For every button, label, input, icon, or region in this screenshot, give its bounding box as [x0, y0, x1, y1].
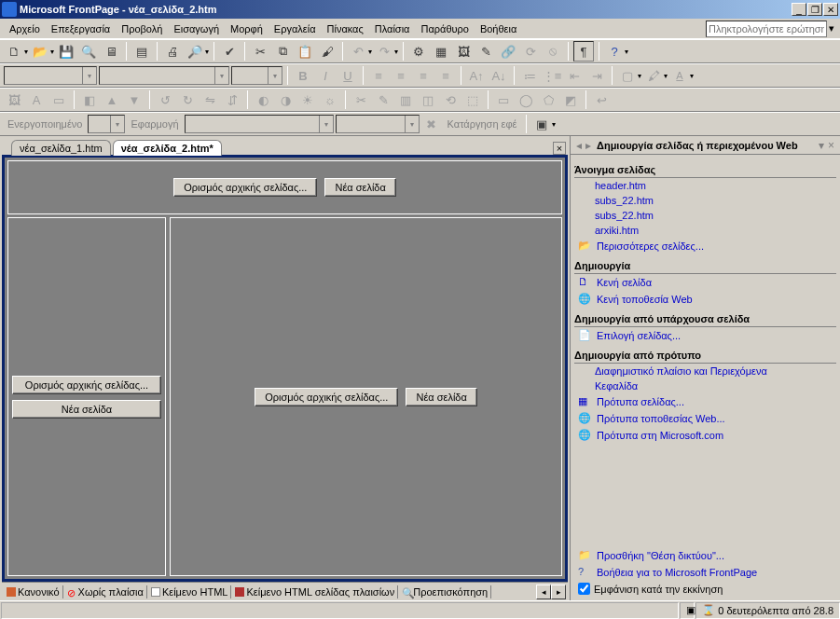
add-network-place-link[interactable]: 📁Προσθήκη "Θέση δικτύου"...: [574, 547, 836, 564]
insert-picture-icon[interactable]: 🖼: [453, 41, 474, 62]
undo-icon[interactable]: ↶: [348, 41, 368, 62]
fontsize-combo[interactable]: ▾: [231, 66, 282, 85]
cut-icon[interactable]: ✂: [250, 41, 270, 62]
template-header-link[interactable]: Κεφαλίδα: [574, 378, 836, 393]
menu-window[interactable]: Παράθυρο: [415, 21, 474, 36]
web-component-icon[interactable]: ⚙: [408, 41, 429, 62]
publish-icon[interactable]: 🖥: [101, 41, 121, 62]
menu-table[interactable]: Πίνακας: [322, 21, 369, 36]
paste-icon[interactable]: 📋: [295, 41, 315, 62]
toggle-pane-icon[interactable]: ▤: [131, 41, 152, 62]
restore-button[interactable]: ❐: [807, 3, 822, 16]
menu-frames[interactable]: Πλαίσια: [369, 21, 416, 36]
rotate-left-icon[interactable]: ↺: [155, 89, 175, 110]
dhtml-apply-combo[interactable]: ▾: [185, 115, 334, 133]
set-initial-page-button[interactable]: Ορισμός αρχικής σελίδας...: [173, 178, 317, 197]
borders-icon[interactable]: ▢: [617, 65, 638, 86]
restore-icon[interactable]: ↩: [591, 89, 612, 110]
less-contrast-icon[interactable]: ◑: [275, 89, 296, 110]
crop-icon[interactable]: ✂: [351, 89, 371, 110]
color-icon[interactable]: ▥: [395, 89, 416, 110]
decrease-font-icon[interactable]: A↓: [489, 65, 509, 86]
italic-icon[interactable]: I: [315, 65, 336, 86]
frontpage-help-link[interactable]: ?Βοήθεια για το Microsoft FrontPage: [574, 564, 836, 581]
style-combo[interactable]: ▾: [4, 66, 97, 85]
view-frames-html-tab[interactable]: Κείμενο HTML σελίδας πλαισίων: [232, 585, 398, 598]
poly-hotspot-icon[interactable]: ⬠: [538, 89, 558, 110]
bold-icon[interactable]: B: [293, 65, 313, 86]
menu-view[interactable]: Προβολή: [116, 21, 168, 36]
dhtml-highlight-icon[interactable]: ▣: [531, 114, 552, 134]
bevel-icon[interactable]: ◫: [418, 89, 438, 110]
open-file-3[interactable]: arxiki.htm: [574, 223, 836, 238]
stop-icon[interactable]: ⦸: [543, 41, 563, 62]
taskpane-back-icon[interactable]: ◂: [574, 139, 584, 152]
minimize-button[interactable]: _: [792, 3, 806, 16]
view-preview-tab[interactable]: 🔍Προεπισκόπηση: [399, 585, 491, 598]
format-painter-icon[interactable]: 🖌: [317, 41, 337, 62]
document-tab-2[interactable]: νέα_σελίδα_2.htm*: [113, 140, 222, 156]
menu-edit[interactable]: Επεξεργασία: [46, 21, 116, 36]
dhtml-effect-combo[interactable]: ▾: [336, 115, 420, 133]
page-templates-link[interactable]: ▦Πρότυπα σελίδας...: [574, 393, 836, 410]
align-center-icon[interactable]: ≡: [391, 65, 411, 86]
underline-icon[interactable]: U: [337, 65, 358, 86]
blank-web-link[interactable]: 🌐Κενή τοποθεσία Web: [574, 291, 836, 308]
scroll-left-button[interactable]: ◂: [536, 585, 551, 599]
help-icon[interactable]: ?: [604, 41, 625, 62]
taskpane-dropdown-icon[interactable]: ▾: [817, 139, 826, 152]
copy-icon[interactable]: ⧉: [272, 41, 293, 62]
align-right-icon[interactable]: ≡: [413, 65, 434, 86]
blank-page-link[interactable]: 🗋Κενή σελίδα: [574, 274, 836, 291]
dhtml-on-combo[interactable]: ▾: [88, 115, 125, 133]
auto-thumbnail-icon[interactable]: ▭: [48, 89, 69, 110]
drawing-icon[interactable]: ✎: [475, 41, 496, 62]
flip-horizontal-icon[interactable]: ⇋: [200, 89, 220, 110]
less-brightness-icon[interactable]: ☼: [320, 89, 340, 110]
increase-indent-icon[interactable]: ⇥: [586, 65, 607, 86]
save-icon[interactable]: 💾: [56, 41, 76, 62]
bring-forward-icon[interactable]: ▲: [102, 89, 122, 110]
open-file-1[interactable]: subs_22.htm: [574, 193, 836, 208]
view-normal-tab[interactable]: Κανονικό: [4, 585, 63, 598]
decrease-indent-icon[interactable]: ⇤: [564, 65, 585, 86]
show-all-icon[interactable]: ¶: [573, 41, 594, 62]
highlight-icon[interactable]: 🖍: [643, 65, 664, 86]
set-transparent-icon[interactable]: ✎: [373, 89, 393, 110]
new-page-button-main[interactable]: Νέα σελίδα: [406, 388, 476, 406]
increase-font-icon[interactable]: A↑: [466, 65, 487, 86]
align-justify-icon[interactable]: ≡: [435, 65, 456, 86]
redo-icon[interactable]: ↷: [374, 41, 394, 62]
ms-templates-link[interactable]: 🌐Πρότυπα στη Microsoft.com: [574, 427, 836, 444]
close-document-button[interactable]: ×: [553, 142, 566, 155]
close-button[interactable]: ✕: [823, 3, 838, 16]
numbered-list-icon[interactable]: ≔: [519, 65, 540, 86]
more-brightness-icon[interactable]: ☀: [297, 89, 318, 110]
font-color-icon[interactable]: A: [669, 65, 690, 86]
menu-file[interactable]: Αρχείο: [4, 21, 46, 36]
spellcheck-icon[interactable]: ✔: [219, 41, 240, 62]
set-initial-page-button-main[interactable]: Ορισμός αρχικής σελίδας...: [255, 388, 398, 406]
set-initial-page-button-left[interactable]: Ορισμός αρχικής σελίδας...: [12, 376, 161, 394]
rotate-right-icon[interactable]: ↻: [177, 89, 198, 110]
rect-hotspot-icon[interactable]: ▭: [493, 89, 514, 110]
web-templates-link[interactable]: 🌐Πρότυπα τοποθεσίας Web...: [574, 410, 836, 427]
new-page-button[interactable]: Νέα σελίδα: [324, 178, 395, 197]
view-html-tab[interactable]: Κείμενο HTML: [148, 585, 232, 598]
new-page-button-left[interactable]: Νέα σελίδα: [12, 400, 161, 419]
open-file-2[interactable]: subs_22.htm: [574, 208, 836, 223]
font-combo[interactable]: ▾: [99, 66, 229, 85]
send-backward-icon[interactable]: ▼: [124, 89, 145, 110]
ask-question-input[interactable]: [706, 21, 827, 37]
template-banner-link[interactable]: Διαφημιστικό πλαίσιο και Περιεχόμενα: [574, 364, 836, 378]
search-icon[interactable]: 🔍: [78, 41, 99, 62]
more-pages-link[interactable]: 📂Περισσότερες σελίδες...: [574, 238, 836, 254]
highlight-hotspots-icon[interactable]: ◩: [560, 89, 581, 110]
ask-dropdown-icon[interactable]: ▾: [827, 22, 836, 34]
menu-format[interactable]: Μορφή: [225, 21, 269, 36]
menu-insert[interactable]: Εισαγωγή: [168, 21, 225, 36]
new-doc-icon[interactable]: 🗋: [4, 41, 24, 62]
taskpane-close-icon[interactable]: ×: [826, 139, 836, 152]
preview-browser-icon[interactable]: 🔎: [185, 41, 205, 62]
more-contrast-icon[interactable]: ◐: [253, 89, 273, 110]
